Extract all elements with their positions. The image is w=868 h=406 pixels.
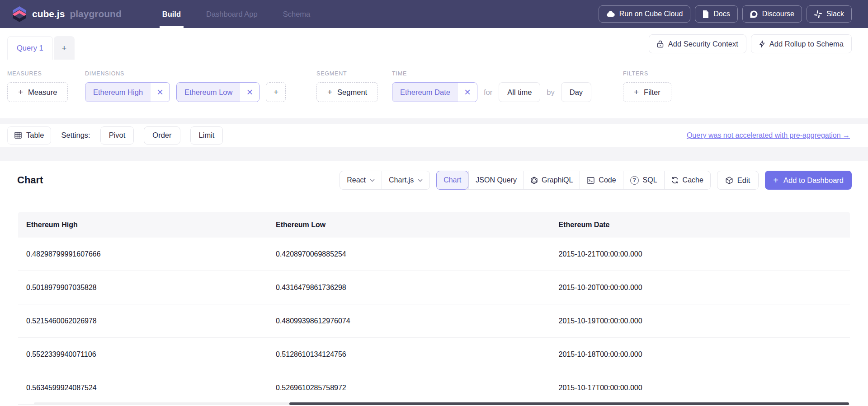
- chip-label: Ethereum Date: [392, 83, 458, 102]
- result-table: Ethereum High Ethereum Low Ethereum Date…: [18, 212, 850, 405]
- table-cell: 0.5215460062026978: [18, 317, 268, 325]
- framework-library-group: React Chart.js: [340, 171, 430, 190]
- table-grid-icon: [14, 132, 22, 139]
- slack-icon: [814, 10, 822, 18]
- framework-select-value: React: [347, 176, 366, 184]
- dimension-chip-ethereum-high[interactable]: Ethereum High: [85, 82, 170, 102]
- docs-button[interactable]: Docs: [695, 5, 737, 23]
- chip-label: Ethereum High: [85, 83, 151, 102]
- horizontal-scrollbar-thumb[interactable]: [289, 402, 849, 405]
- table-button-label: Table: [26, 131, 44, 140]
- add-measure-button[interactable]: Measure: [7, 82, 68, 102]
- discourse-label: Discourse: [762, 10, 794, 18]
- table-cell: 0.5128610134124756: [268, 350, 551, 359]
- table-row: 0.50189799070358280.43164798617362982015…: [18, 271, 850, 304]
- top-navbar: cube.js playground Build Dashboard App S…: [0, 0, 868, 28]
- plus-icon: [327, 87, 332, 97]
- close-icon: [464, 87, 471, 98]
- add-dimension-button[interactable]: [266, 82, 286, 102]
- dimension-chip-ethereum-low[interactable]: Ethereum Low: [176, 82, 259, 102]
- table-cell: 0.4208970069885254: [268, 250, 551, 258]
- lock-icon: [657, 40, 664, 48]
- run-on-cube-cloud-button[interactable]: Run on Cube Cloud: [599, 5, 691, 23]
- filters-label: FILTERS: [623, 70, 648, 77]
- chart-toolbar: React Chart.js Chart JSON Query: [340, 171, 852, 190]
- slack-button[interactable]: Slack: [807, 5, 852, 23]
- bolt-icon: [759, 40, 765, 48]
- chevron-down-icon: [418, 179, 423, 182]
- chart-title: Chart: [17, 174, 43, 186]
- table-row: 0.482987999916076660.4208970069885254201…: [18, 238, 850, 271]
- chart-type-table-button[interactable]: Table: [7, 126, 51, 145]
- plus-icon: [773, 175, 778, 186]
- view-tabs-group: Chart JSON Query GraphiQL: [436, 171, 711, 190]
- table-cell: 2015-10-17T00:00:00.000: [551, 384, 850, 392]
- nav-tab-schema[interactable]: Schema: [270, 0, 323, 28]
- pre-aggregation-link[interactable]: Query was not accelerated with pre-aggre…: [687, 131, 850, 140]
- tab-code-label: Code: [599, 176, 616, 184]
- query-tab-1[interactable]: Query 1: [7, 36, 53, 60]
- add-to-dashboard-button[interactable]: Add to Dashboard: [765, 171, 852, 190]
- table-cell: 2015-10-19T00:00:00.000: [551, 317, 850, 325]
- brand-suffix: playground: [70, 9, 121, 19]
- edit-button-label: Edit: [737, 176, 750, 185]
- add-security-context-button[interactable]: Add Security Context: [649, 34, 746, 53]
- navbar-actions: Run on Cube Cloud Docs Discourse: [599, 5, 852, 23]
- tab-sql[interactable]: SQL: [623, 171, 664, 189]
- table-cell: 0.5269610285758972: [268, 384, 551, 392]
- discourse-button[interactable]: Discourse: [742, 5, 802, 23]
- column-header-ethereum-high[interactable]: Ethereum High: [18, 221, 268, 229]
- table-cell: 0.48298799991607666: [18, 250, 268, 258]
- plus-icon: [274, 87, 278, 97]
- brand[interactable]: cube.js playground: [12, 5, 122, 23]
- column-header-ethereum-low[interactable]: Ethereum Low: [268, 221, 551, 229]
- tab-graphiql-label: GraphiQL: [542, 176, 573, 184]
- tab-graphiql[interactable]: GraphiQL: [524, 171, 580, 189]
- time-dimension-chip[interactable]: Ethereum Date: [392, 82, 477, 102]
- limit-button[interactable]: Limit: [190, 126, 223, 145]
- settings-label: Settings:: [61, 131, 90, 140]
- plus-icon: [634, 87, 639, 97]
- add-measure-label: Measure: [28, 88, 57, 97]
- granularity-select[interactable]: Day: [561, 82, 591, 102]
- time-label: TIME: [392, 70, 407, 77]
- tab-cache[interactable]: Cache: [664, 171, 710, 189]
- order-button[interactable]: Order: [144, 126, 180, 145]
- nav-tab-dashboard-app[interactable]: Dashboard App: [193, 0, 270, 28]
- pivot-button[interactable]: Pivot: [100, 126, 134, 145]
- add-security-context-label: Add Security Context: [668, 40, 738, 48]
- add-segment-label: Segment: [337, 88, 367, 97]
- column-header-ethereum-date[interactable]: Ethereum Date: [551, 221, 850, 229]
- add-filter-button[interactable]: Filter: [623, 82, 671, 102]
- tab-json-query[interactable]: JSON Query: [468, 171, 524, 189]
- table-cell: 2015-10-21T00:00:00.000: [551, 250, 850, 258]
- question-circle-icon: [630, 176, 639, 185]
- edit-button[interactable]: Edit: [717, 171, 759, 190]
- query-tabbar: Query 1 Add Security Context Add Rollup …: [0, 28, 868, 60]
- framework-select[interactable]: React: [340, 171, 382, 189]
- tab-code[interactable]: Code: [580, 171, 623, 189]
- add-query-tab-button[interactable]: [54, 36, 75, 60]
- add-segment-button[interactable]: Segment: [316, 82, 378, 102]
- table-cell: 2015-10-18T00:00:00.000: [551, 350, 850, 359]
- library-select-value: Chart.js: [389, 176, 414, 184]
- add-filter-label: Filter: [644, 88, 660, 97]
- slack-label: Slack: [826, 10, 844, 18]
- remove-time-dimension-button[interactable]: [458, 83, 477, 102]
- remove-dimension-button[interactable]: [240, 83, 259, 102]
- table-cell: 0.4316479861736298: [268, 284, 551, 292]
- code-terminal-icon: [587, 177, 594, 184]
- nav-tab-build[interactable]: Build: [150, 0, 193, 28]
- library-select[interactable]: Chart.js: [382, 171, 429, 189]
- add-rollup-to-schema-button[interactable]: Add Rollup to Schema: [751, 34, 852, 53]
- codesandbox-icon: [726, 177, 733, 184]
- cloud-icon: [606, 11, 615, 17]
- for-connector: for: [484, 88, 492, 97]
- dimensions-label: DIMENSIONS: [85, 70, 124, 77]
- date-range-select[interactable]: All time: [499, 82, 540, 102]
- section-divider: [0, 118, 868, 124]
- remove-dimension-button[interactable]: [151, 83, 170, 102]
- segment-label: SEGMENT: [316, 70, 347, 77]
- measures-label: MEASURES: [7, 70, 42, 77]
- tab-chart[interactable]: Chart: [436, 171, 468, 190]
